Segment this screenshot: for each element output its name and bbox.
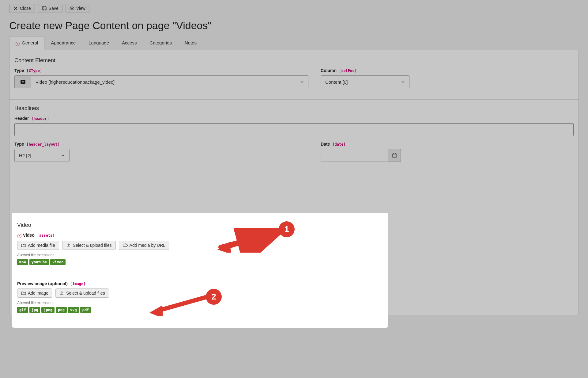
tab-access[interactable]: Access — [115, 36, 143, 50]
cloud-icon — [123, 243, 128, 248]
ext-badge: pdf — [80, 307, 91, 313]
select-upload-image-button[interactable]: Select & upload files — [55, 288, 109, 298]
ext-badge: jpeg — [41, 307, 55, 313]
type-select[interactable]: Video [highereducationpackage_video] — [14, 75, 308, 88]
select-upload-label: Select & upload files — [73, 243, 112, 248]
chevron-down-icon — [300, 80, 304, 84]
close-button-label: Close — [20, 6, 31, 11]
video-heading: Video — [17, 222, 383, 228]
svg-point-2 — [22, 81, 23, 82]
folder-icon — [21, 243, 26, 248]
top-toolbar: Close Save View — [0, 0, 588, 17]
header-label: Header [header] — [14, 116, 574, 121]
tab-notes-label: Notes — [185, 40, 197, 45]
preview-image-label: Preview image (optional) [image] — [17, 281, 383, 286]
ext-badge: mp4 — [17, 259, 28, 265]
add-media-file-button[interactable]: Add media file — [17, 241, 59, 250]
save-icon — [42, 6, 47, 11]
add-image-button[interactable]: Add image — [17, 288, 52, 298]
headlines-heading: Headlines — [14, 105, 574, 112]
select-upload-image-label: Select & upload files — [66, 291, 105, 296]
column-select[interactable]: Content [0] — [321, 75, 409, 88]
svg-marker-6 — [149, 305, 163, 316]
select-upload-button[interactable]: Select & upload files — [62, 241, 116, 250]
tab-general-label: General — [22, 40, 38, 45]
add-media-url-label: Add media by URL — [130, 243, 166, 248]
chevron-down-icon — [61, 154, 65, 157]
callout-arrow-2 — [147, 294, 208, 316]
date-picker-button[interactable] — [388, 149, 401, 162]
tab-language[interactable]: Language — [82, 36, 115, 50]
tab-language-label: Language — [89, 40, 109, 45]
view-button[interactable]: View — [66, 4, 89, 13]
ext-badge: jpg — [29, 307, 40, 313]
date-label: Date [date] — [321, 142, 401, 147]
add-image-label: Add image — [28, 291, 48, 296]
type-select-value: Video [highereducationpackage_video] — [31, 76, 296, 88]
add-media-url-button[interactable]: Add media by URL — [119, 241, 170, 250]
tab-appearance-label: Appearance — [51, 40, 76, 45]
upload-icon — [59, 291, 64, 296]
tab-appearance[interactable]: Appearance — [44, 36, 82, 50]
date-input[interactable] — [321, 149, 388, 162]
ext-badge: png — [56, 307, 67, 313]
type-label: Type [CType] — [14, 68, 308, 73]
column-select-value: Content [0] — [321, 76, 397, 88]
save-button[interactable]: Save — [38, 4, 62, 13]
callout-bubble-1: 1 — [279, 221, 295, 237]
eye-icon — [70, 6, 74, 11]
add-media-file-label: Add media file — [28, 243, 55, 248]
tab-categories[interactable]: Categories — [143, 36, 178, 50]
tab-notes[interactable]: Notes — [178, 36, 203, 50]
chevron-down-icon — [401, 80, 405, 84]
folder-icon — [21, 291, 26, 296]
header-type-select[interactable]: H2 [2] — [14, 149, 70, 162]
header-type-value: H2 [2] — [15, 149, 57, 162]
callout-bubble-2: 2 — [206, 289, 222, 305]
tab-general[interactable]: !General — [9, 36, 44, 50]
close-icon — [13, 6, 18, 11]
tabs-bar: !General Appearance Language Access Cate… — [9, 36, 579, 50]
ext-badge: gif — [17, 307, 28, 313]
header-input[interactable] — [14, 123, 574, 136]
content-element-heading: Content Element — [14, 57, 574, 64]
callout-arrow-1 — [214, 228, 282, 253]
view-button-label: View — [76, 6, 85, 11]
video-icon — [21, 79, 25, 84]
close-button[interactable]: Close — [9, 4, 35, 13]
warning-icon: ! — [16, 42, 20, 46]
ext-badge: svg — [68, 307, 79, 313]
header-type-label: Type [header_layout] — [14, 142, 308, 147]
video-field-label: !Video [assets] — [17, 233, 383, 238]
tab-access-label: Access — [122, 40, 137, 45]
svg-point-0 — [71, 8, 73, 9]
warning-icon: ! — [17, 234, 21, 238]
save-button-label: Save — [49, 6, 58, 11]
video-extensions: mp4 youtube vimeo — [17, 259, 383, 265]
svg-rect-3 — [393, 154, 396, 157]
ext-badge: youtube — [29, 259, 49, 265]
allowed-extensions-label: Allowed file extensions — [17, 253, 383, 257]
upload-icon — [66, 243, 71, 248]
tab-categories-label: Categories — [149, 40, 172, 45]
page-title: Create new Page Content on page "Videos" — [9, 20, 579, 32]
calendar-icon — [392, 153, 397, 158]
column-label: Column [colPos] — [321, 68, 409, 73]
ext-badge: vimeo — [50, 259, 66, 265]
